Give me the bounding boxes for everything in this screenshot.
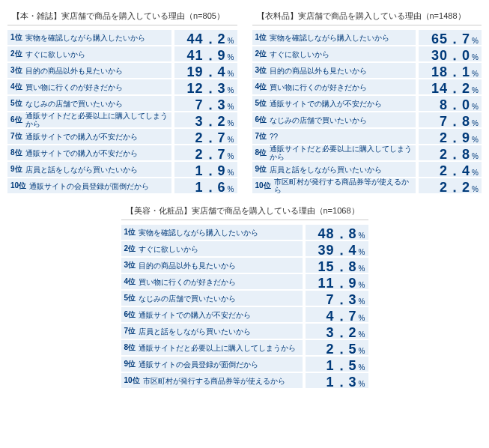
row-label: 1位実物を確認しながら購入したいから: [7, 30, 171, 45]
rows-container: 1位実物を確認しながら購入したいから65．7%2位すぐに欲しいから30．0%3位…: [252, 30, 482, 193]
row-label: 5位なじみの店舗で買いたいから: [121, 291, 303, 306]
row-value: 1．5%: [306, 357, 368, 372]
reason: 買い物に行くのが好きだから: [139, 278, 236, 286]
row-label: 5位なじみの店舗で買いたいから: [7, 96, 171, 111]
rank: 2位: [10, 49, 22, 59]
rank: 2位: [124, 243, 136, 254]
value-number: 15．8: [318, 258, 357, 276]
rank: 1位: [124, 227, 136, 237]
row-label: 7位通販サイトでの購入が不安だから: [7, 129, 171, 144]
reason: 目的の商品以外も見たいから: [25, 67, 123, 75]
value-number: 18．1: [431, 63, 470, 81]
reason: 通販サイトの会員登録が面倒だから: [29, 182, 149, 190]
table-row: 7位通販サイトでの購入が不安だから2．7%: [7, 129, 237, 144]
reason: すぐに欲しいから: [139, 245, 198, 253]
value-pct: %: [359, 264, 365, 273]
block-beauty: 【美容・化粧品】実店舗で商品を購入している理由（n=1068） 1位実物を確認し…: [121, 202, 368, 388]
row-label: 6位通販サイトでの購入が不安だから: [121, 307, 303, 322]
rank: 1位: [10, 32, 22, 43]
value-pct: %: [359, 380, 365, 388]
value-number: 14．2: [431, 79, 470, 97]
row-value: 19．4%: [174, 63, 237, 78]
reason: 店員と話をしながら買いたいから: [139, 327, 251, 336]
value-pct: %: [359, 314, 365, 322]
row-label: 6位なじみの店舗で買いたいから: [252, 112, 416, 127]
row-label: 7位??: [252, 129, 416, 144]
row-label: 4位買い物に行くのが好きだから: [252, 79, 416, 94]
reason: 実物を確認しながら購入したいから: [270, 34, 389, 42]
value-pct: %: [228, 103, 234, 111]
value-number: 2．5: [326, 340, 357, 358]
row-value: 1．6%: [174, 178, 237, 193]
reason: なじみの店舗で買いたいから: [270, 116, 367, 124]
rank: 1位: [255, 32, 267, 43]
rows-container: 1位実物を確認しながら購入したいから48．8%2位すぐに欲しいから39．4%3位…: [121, 225, 368, 388]
rank: 7位: [10, 131, 22, 142]
rank: 8位: [124, 342, 136, 353]
row-value: 39．4%: [306, 241, 368, 256]
value-number: 2．8: [440, 145, 470, 163]
row-label: 3位目的の商品以外も見たいから: [252, 63, 416, 78]
table-row: 9位店員と話をしながら買いたいから1．9%: [7, 162, 237, 177]
value-number: 4．7: [326, 307, 357, 325]
value-number: 3．2: [195, 112, 226, 130]
value-number: 7．8: [440, 112, 470, 130]
value-pct: %: [359, 347, 365, 355]
rank: 2位: [255, 49, 267, 59]
value-number: 7．3: [326, 291, 357, 309]
value-number: 48．8: [318, 225, 357, 243]
reason: なじみの店舗で買いたいから: [139, 294, 236, 303]
value-pct: %: [359, 330, 365, 339]
reason: 買い物に行くのが好きだから: [25, 83, 123, 91]
block-title: 【本・雑誌】実店舗で商品を購入している理由（n=805）: [7, 7, 237, 25]
rank: 5位: [255, 98, 267, 109]
row-label: 9位店員と話をしながら買いたいから: [7, 162, 171, 177]
table-row: 6位なじみの店舗で買いたいから7．8%: [252, 112, 482, 127]
value-number: 44．2: [187, 30, 226, 48]
reason: 通販サイトの会員登録が面倒だから: [139, 360, 258, 369]
table-row: 6位通販サイトだと必要以上に購入してしまうから3．2%: [7, 112, 237, 127]
value-number: 8．0: [440, 96, 470, 114]
reason: 目的の商品以外も見たいから: [270, 67, 367, 75]
table-row: 2位すぐに欲しいから41．9%: [7, 46, 237, 61]
value-pct: %: [359, 297, 365, 306]
rank: 7位: [124, 326, 136, 336]
table-row: 3位目的の商品以外も見たいから15．8%: [121, 258, 368, 273]
value-pct: %: [228, 70, 234, 78]
table-row: 5位なじみの店舗で買いたいから7．3%: [121, 291, 368, 306]
value-pct: %: [228, 152, 234, 160]
row-label: 4位買い物に行くのが好きだから: [121, 274, 303, 289]
value-pct: %: [472, 37, 479, 45]
value-number: 3．2: [326, 324, 357, 342]
value-pct: %: [472, 185, 479, 193]
table-row: 2位すぐに欲しいから30．0%: [252, 46, 482, 61]
row-value: 44．2%: [174, 30, 237, 45]
value-pct: %: [472, 86, 479, 94]
rank: 3位: [255, 65, 267, 76]
value-pct: %: [228, 136, 234, 144]
reason: 通販サイトでの購入が不安だから: [25, 133, 138, 141]
row-value: 4．7%: [306, 307, 368, 322]
table-row: 8位通販サイトでの購入が不安だから2．7%: [7, 145, 237, 160]
row-label: 1位実物を確認しながら購入したいから: [252, 30, 416, 45]
row-value: 7．3%: [306, 291, 368, 306]
block-books: 【本・雑誌】実店舗で商品を購入している理由（n=805） 1位実物を確認しながら…: [7, 7, 237, 195]
rank: 4位: [10, 82, 22, 92]
reason: 実物を確認しながら購入したいから: [139, 228, 258, 237]
row-label: 6位通販サイトだと必要以上に購入してしまうから: [7, 112, 171, 127]
value-pct: %: [228, 37, 234, 45]
reason: 店員と話をしながら買いたいから: [270, 166, 382, 174]
value-pct: %: [472, 103, 479, 111]
rank: 9位: [124, 359, 136, 369]
value-pct: %: [472, 136, 479, 144]
table-row: 4位買い物に行くのが好きだから12．3%: [7, 79, 237, 94]
rank: 4位: [255, 82, 267, 92]
reason: 買い物に行くのが好きだから: [270, 83, 367, 91]
row-label: 2位すぐに欲しいから: [7, 46, 171, 61]
reason: なじみの店舗で買いたいから: [25, 100, 123, 108]
row-value: 2．7%: [174, 129, 237, 144]
value-pct: %: [359, 231, 365, 240]
value-pct: %: [472, 53, 479, 61]
row-label: 9位通販サイトの会員登録が面倒だから: [121, 357, 303, 372]
row-label: 2位すぐに欲しいから: [252, 46, 416, 61]
